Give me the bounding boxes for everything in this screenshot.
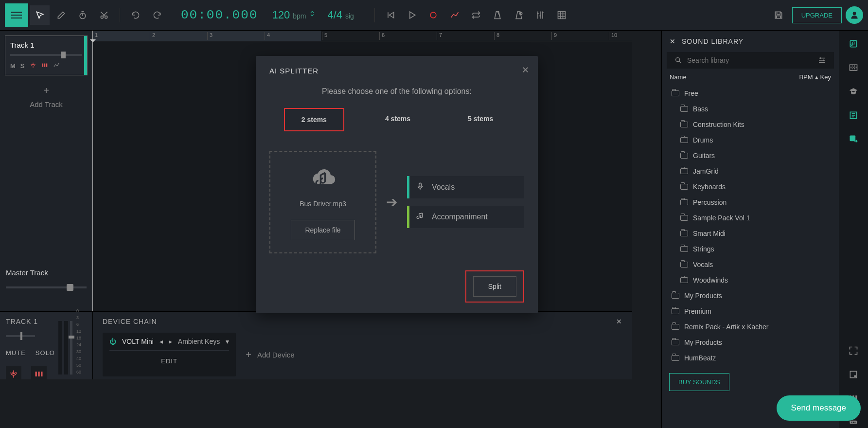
- mute-toggle[interactable]: M: [10, 62, 16, 70]
- library-folder[interactable]: Vocals: [667, 257, 834, 272]
- solo-button[interactable]: SOLO: [35, 349, 55, 357]
- record-arm-icon[interactable]: [30, 62, 36, 70]
- library-folder[interactable]: Keyboards: [667, 179, 834, 195]
- send-message-button[interactable]: Send message: [777, 395, 861, 421]
- folder-icon: [680, 168, 688, 174]
- import-icon[interactable]: [848, 133, 859, 145]
- library-folder[interactable]: Smart Midi: [667, 226, 834, 241]
- file-dropzone[interactable]: Bus Driver.mp3 Replace file: [269, 151, 376, 253]
- mute-button[interactable]: MUTE: [6, 349, 26, 357]
- graduation-icon[interactable]: [848, 86, 859, 97]
- col-bpm[interactable]: BPM: [799, 73, 813, 81]
- time-signature[interactable]: 4/4 sig: [327, 9, 354, 21]
- track-volume-slider[interactable]: [10, 54, 82, 56]
- metronome-button[interactable]: [488, 5, 507, 25]
- ruler-tick: 7: [437, 32, 442, 40]
- loops-tab-icon[interactable]: [848, 62, 859, 73]
- stem-tab[interactable]: 2 stems: [284, 108, 344, 131]
- filename: Bus Driver.mp3: [285, 200, 361, 208]
- add-device-button[interactable]: + Add Device: [246, 349, 294, 360]
- library-folder[interactable]: Remix Pack - Artik x Kacher: [667, 319, 834, 335]
- library-folder[interactable]: Guitars: [667, 148, 834, 163]
- library-folder[interactable]: Construction Kits: [667, 117, 834, 132]
- countdown-button[interactable]: [509, 5, 529, 25]
- master-volume-slider[interactable]: [6, 286, 87, 288]
- bpm-display[interactable]: 120 bpm: [272, 9, 316, 21]
- cut-tool[interactable]: [94, 5, 114, 25]
- midi-icon[interactable]: [31, 366, 47, 382]
- edit-device-button[interactable]: EDIT: [109, 350, 229, 372]
- solo-toggle[interactable]: S: [20, 62, 25, 70]
- search-input[interactable]: [687, 56, 813, 64]
- save-icon[interactable]: [769, 5, 788, 25]
- cursor-tool[interactable]: [30, 5, 50, 25]
- library-folder[interactable]: HumBeatz: [667, 350, 834, 366]
- library-folder[interactable]: Woodwinds: [667, 272, 834, 288]
- device-name: VOLT Mini: [122, 338, 154, 345]
- buy-sounds-button[interactable]: BUY SOUNDS: [669, 373, 729, 391]
- close-icon[interactable]: ✕: [670, 37, 676, 45]
- library-folder[interactable]: Strings: [667, 241, 834, 257]
- preset-prev-icon[interactable]: ◂: [159, 338, 163, 345]
- library-folder[interactable]: Free: [667, 86, 834, 101]
- time-display[interactable]: 00:00.000: [181, 8, 258, 22]
- folder-icon: [672, 339, 679, 345]
- record-button[interactable]: [424, 5, 443, 25]
- collapse-icon[interactable]: [848, 345, 859, 357]
- library-folder[interactable]: Sample Pack Vol 1: [667, 210, 834, 226]
- bpm-stepper-icon[interactable]: [309, 9, 316, 18]
- stem-item[interactable]: Accompaniment: [407, 206, 524, 228]
- col-key[interactable]: Key: [820, 73, 831, 81]
- ruler[interactable]: 12345678910: [92, 31, 632, 41]
- folder-icon: [672, 355, 679, 361]
- power-icon[interactable]: ⏻: [109, 338, 116, 345]
- add-track-button[interactable]: + Add Track: [0, 85, 92, 108]
- device-preset[interactable]: Ambient Keys: [178, 338, 220, 345]
- track-card[interactable]: Track 1 M S: [5, 36, 88, 75]
- redo-button[interactable]: [147, 5, 167, 25]
- library-tab-icon[interactable]: [848, 38, 859, 50]
- library-folder[interactable]: Drums: [667, 132, 834, 148]
- split-button[interactable]: Split: [473, 276, 516, 297]
- replace-file-button[interactable]: Replace file: [291, 220, 354, 240]
- close-icon[interactable]: ✕: [616, 318, 622, 325]
- undo-button[interactable]: [126, 5, 145, 25]
- library-folder[interactable]: My Products: [667, 335, 834, 350]
- pencil-tool[interactable]: [52, 5, 71, 25]
- filter-icon[interactable]: [817, 56, 826, 65]
- mic-icon[interactable]: [6, 366, 21, 382]
- avatar[interactable]: [846, 6, 863, 24]
- automation-button[interactable]: [445, 5, 464, 25]
- rewind-button[interactable]: [381, 5, 400, 25]
- svg-rect-6: [42, 64, 43, 67]
- stem-tab[interactable]: 5 stems: [451, 108, 510, 131]
- menu-button[interactable]: [5, 3, 28, 27]
- upgrade-button[interactable]: UPGRADE: [792, 7, 842, 23]
- play-button[interactable]: [402, 5, 422, 25]
- preset-next-icon[interactable]: ▸: [169, 338, 172, 345]
- search-bar[interactable]: [667, 52, 834, 69]
- device-card[interactable]: ⏻ VOLT Mini ◂▸ Ambient Keys ▾ EDIT: [103, 333, 236, 376]
- library-folder[interactable]: Bass: [667, 101, 834, 117]
- svg-point-26: [854, 422, 856, 423]
- library-folder[interactable]: JamGrid: [667, 163, 834, 179]
- close-icon[interactable]: ✕: [522, 65, 529, 75]
- automation-icon[interactable]: [53, 62, 60, 70]
- ai-tab-icon[interactable]: [848, 109, 859, 121]
- stem-item[interactable]: Vocals: [407, 176, 524, 198]
- library-folder[interactable]: Percussion: [667, 195, 834, 210]
- maximize-icon[interactable]: [848, 369, 859, 380]
- library-folder[interactable]: Premium: [667, 303, 834, 319]
- folder-label: Keyboards: [693, 183, 726, 191]
- chevron-down-icon[interactable]: ▾: [226, 338, 229, 345]
- col-name[interactable]: Name: [670, 73, 799, 81]
- loop-button[interactable]: [466, 5, 486, 25]
- keyboard-icon[interactable]: [41, 62, 48, 70]
- snap-button[interactable]: [552, 5, 571, 25]
- library-folder[interactable]: My Products: [667, 288, 834, 303]
- meter-label: 30: [76, 349, 81, 354]
- mixer-button[interactable]: [531, 5, 550, 25]
- playhead[interactable]: [92, 31, 93, 311]
- stem-tab[interactable]: 4 stems: [369, 108, 427, 131]
- stopwatch-tool[interactable]: [73, 5, 92, 25]
